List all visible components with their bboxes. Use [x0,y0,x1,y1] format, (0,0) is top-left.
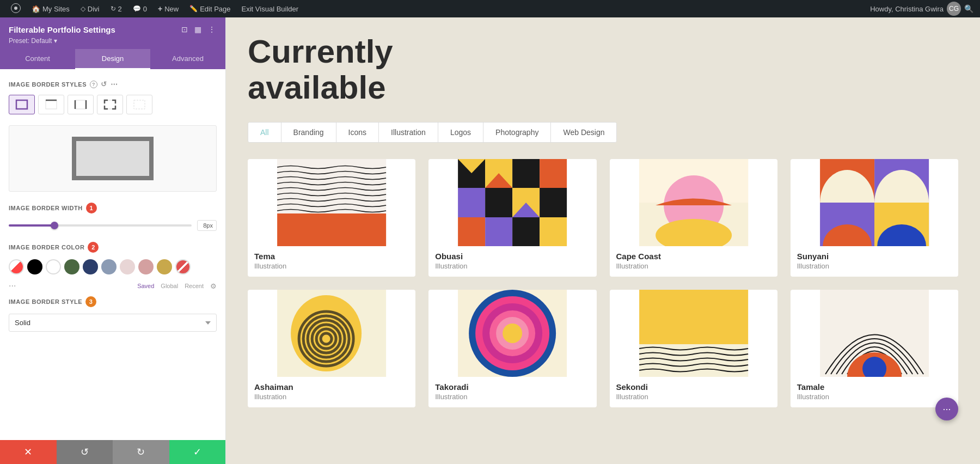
tab-advanced[interactable]: Advanced [150,49,225,69]
portfolio-item-ashaiman[interactable]: Ashaiman Illustration [248,290,415,407]
filter-tab-illustration[interactable]: Illustration [379,123,438,142]
pencil-icon: ✏️ [189,5,198,13]
item-name-cape-coast: Cape Coast [616,252,771,261]
svg-point-1 [14,7,17,10]
grid-icon[interactable]: ▦ [193,24,203,35]
main-layout: Filterable Portfolio Settings ⊡ ▦ ⋮ Pres… [0,17,980,464]
panel-tabs: Content Design Advanced [0,49,225,69]
svg-rect-24 [512,217,540,246]
svg-rect-25 [540,217,567,246]
heading-line1: Currently [248,33,393,70]
border-width-slider[interactable] [9,224,192,227]
tab-global[interactable]: Global [161,283,178,289]
edit-page-label: Edit Page [200,5,230,13]
portfolio-item-sekondi[interactable]: Sekondi Illustration [610,290,777,407]
preset-settings-icon[interactable]: ⚙ [210,282,217,290]
filter-tab-webdesign[interactable]: Web Design [551,123,616,142]
color-swatch-mid-blue[interactable] [101,259,117,274]
save-button[interactable]: ✓ [169,440,226,464]
svg-rect-62 [639,290,748,344]
search-admin-icon[interactable]: 🔍 [964,4,973,13]
filter-tab-all[interactable]: All [248,123,281,142]
updates-item[interactable]: ↻ 2 [106,0,126,17]
portfolio-item-takoradi[interactable]: Takoradi Illustration [428,290,596,407]
color-dots-button[interactable]: ··· [9,281,16,291]
item-cat-tema: Illustration [254,262,409,270]
edit-page-item[interactable]: ✏️ Edit Page [185,0,235,17]
color-swatch-gold[interactable] [157,259,172,274]
image-border-styles-text: Image Border Styles [9,81,87,88]
preset-selector[interactable]: Preset: Default ▾ [9,37,217,45]
color-swatch-dark-green[interactable] [64,259,79,274]
item-name-takoradi: Takoradi [435,382,590,392]
wp-logo-item[interactable] [7,0,25,17]
color-swatch-light-pink[interactable] [120,259,135,274]
svg-rect-3 [46,100,57,109]
new-item[interactable]: + New [154,0,183,17]
portfolio-item-tema[interactable]: Tema Illustration [248,159,415,277]
filter-tab-logos[interactable]: Logos [438,123,483,142]
howdy-section: Howdy, Christina Gwira CG 🔍 [870,2,973,16]
comments-item[interactable]: 💬 0 [128,0,151,17]
comments-icon: 💬 [133,5,141,13]
portfolio-item-obuasi[interactable]: Obuasi Illustration [428,159,596,277]
my-sites-item[interactable]: 🏠 My Sites [27,0,74,17]
color-swatch-dark-blue[interactable] [83,259,98,274]
floating-dots-button[interactable]: ··· [935,398,958,420]
cancel-button[interactable]: ✕ [0,440,57,464]
image-border-style-text: Image Border Style [9,298,82,305]
more-options-icon[interactable]: ⋮ [207,24,217,35]
color-swatch-black[interactable] [27,259,42,274]
filter-tab-photography[interactable]: Photography [483,123,551,142]
item-cat-ashaiman: Illustration [254,393,409,401]
svg-rect-16 [512,159,540,188]
item-name-sekondi: Sekondi [616,382,771,392]
item-cat-takoradi: Illustration [435,393,590,401]
tab-design[interactable]: Design [75,49,150,69]
more-icon-border-styles[interactable]: ⋯ [111,80,118,88]
item-name-tamale: Tamale [797,382,952,392]
border-style-corners[interactable] [97,95,123,114]
tab-recent[interactable]: Recent [185,283,204,289]
reset-icon-border-styles[interactable]: ↺ [101,80,107,88]
border-style-full[interactable] [9,95,35,114]
right-content: Currently available All Branding Icons I… [226,17,980,464]
border-width-value[interactable]: 8px [197,220,217,231]
item-cat-obuasi: Illustration [435,262,590,270]
item-name-ashaiman: Ashaiman [254,382,409,392]
border-style-sides[interactable] [68,95,94,114]
undo-icon: ↺ [81,446,89,458]
portfolio-item-cape-coast[interactable]: Cape Coast Illustration [610,159,777,277]
border-width-badge: 1 [86,203,97,213]
howdy-text: Howdy, Christina Gwira [870,5,944,13]
color-swatch-strikethrough[interactable] [175,259,191,274]
border-preview-box [72,137,154,180]
border-style-badge: 3 [85,296,96,307]
divi-item[interactable]: ◇ Divi [76,0,104,17]
svg-rect-22 [458,217,485,246]
user-avatar[interactable]: CG [947,2,961,16]
color-swatch-pink[interactable] [138,259,154,274]
border-style-none[interactable] [126,95,152,114]
color-swatch-transparent[interactable] [9,259,24,274]
tab-saved[interactable]: Saved [137,283,154,289]
border-style-top[interactable] [38,95,64,114]
panel-content: Image Border Styles ? ↺ ⋯ [0,69,225,440]
border-style-select-row: None Solid Dashed Dotted Double [9,314,217,332]
filter-tab-branding[interactable]: Branding [281,123,336,142]
tab-content[interactable]: Content [0,49,75,69]
divi-label: Divi [88,5,100,13]
undo-button[interactable]: ↺ [57,440,113,464]
redo-button[interactable]: ↻ [113,440,169,464]
exit-builder-item[interactable]: Exit Visual Builder [237,0,303,17]
minimize-icon[interactable]: ⊡ [180,24,189,35]
border-style-select[interactable]: None Solid Dashed Dotted Double [9,314,217,332]
portfolio-item-tamale[interactable]: Tamale Illustration [791,290,958,407]
filter-tab-icons[interactable]: Icons [336,123,379,142]
border-preview-area [9,125,217,192]
help-icon-border-styles[interactable]: ? [90,81,97,88]
item-cat-sekondi: Illustration [616,393,771,401]
item-name-tema: Tema [254,252,409,261]
color-swatch-white[interactable] [46,259,61,274]
portfolio-item-sunyani[interactable]: Sunyani Illustration [791,159,958,277]
